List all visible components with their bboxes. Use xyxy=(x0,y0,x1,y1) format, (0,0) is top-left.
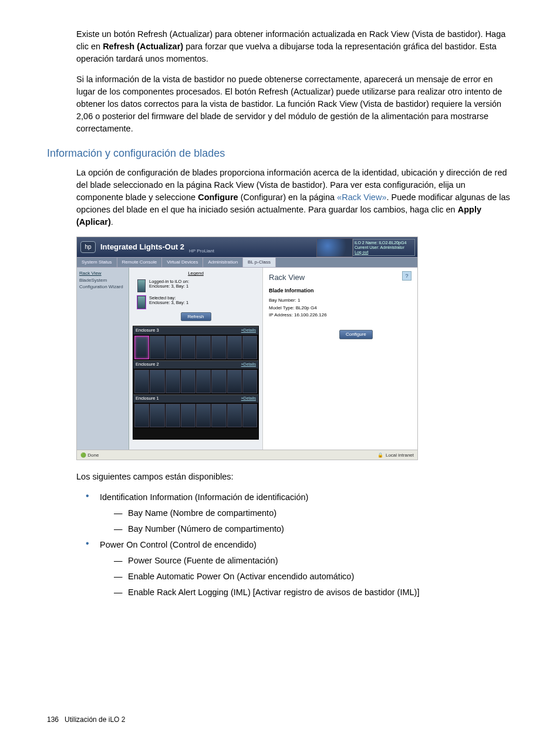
footer-title: Utilización de iLO 2 xyxy=(65,715,125,724)
legend-selected: Selected bay: Enclosure: 3, Bay: 1 xyxy=(137,296,259,309)
blade-slot[interactable] xyxy=(134,404,149,427)
rack-base xyxy=(133,428,258,439)
blade-slot[interactable] xyxy=(181,404,195,427)
tab-administration[interactable]: Administration xyxy=(203,258,243,267)
enclosure-header: Enclosure 1 »Details xyxy=(133,394,258,403)
blade-slot[interactable] xyxy=(227,336,242,359)
blade-info-heading: Blade Information xyxy=(269,287,411,295)
paragraph-refresh: Existe un botón Refresh (Actualizar) par… xyxy=(76,28,513,65)
status-done-text: Done xyxy=(87,453,99,458)
blade-slot[interactable] xyxy=(150,370,164,393)
blade-icon xyxy=(137,279,146,292)
blade-slot[interactable] xyxy=(150,404,164,427)
ilo-body: Rack View BladeSystem Configuration Wiza… xyxy=(77,268,417,450)
blade-slot[interactable] xyxy=(227,404,242,427)
enclosure-name: Enclosure 3 xyxy=(136,328,159,334)
section-heading: Información y configuración de blades xyxy=(47,146,513,161)
blade-slot[interactable] xyxy=(181,336,195,359)
blade-slot[interactable] xyxy=(196,404,211,427)
blade-slot[interactable] xyxy=(211,404,226,427)
security-zone: 🔒 Local intranet xyxy=(377,452,414,459)
blade-slot[interactable] xyxy=(196,336,211,359)
user-info-box: iLO 2 Name: ILO2-BL20pG4 Current User: A… xyxy=(353,239,415,256)
tab-remote-console[interactable]: Remote Console xyxy=(117,258,163,267)
blade-slot[interactable] xyxy=(150,336,164,359)
sublist: Power Source (Fuente de alimentación) En… xyxy=(114,555,513,599)
blade-slot[interactable] xyxy=(134,370,149,393)
enclosure-details-link[interactable]: »Details xyxy=(241,328,256,334)
blade-slot[interactable] xyxy=(166,336,180,359)
configure-button[interactable]: Configure xyxy=(339,330,373,339)
sublist: Bay Name (Nombre de compartimento) Bay N… xyxy=(114,507,513,535)
enclosure-name: Enclosure 2 xyxy=(136,362,159,368)
enclosure-details-link[interactable]: »Details xyxy=(241,396,256,402)
lock-icon: 🔒 xyxy=(377,452,383,459)
blade-slot[interactable] xyxy=(181,370,195,393)
paragraph-blade-config: La opción de configuración de blades pro… xyxy=(76,167,513,228)
list-item: Enable Automatic Power On (Activar encen… xyxy=(114,571,513,583)
rack-graphic: Enclosure 3 »Details Enclosure 2 »Detail… xyxy=(133,326,259,440)
paragraph-error: Si la información de la vista de bastido… xyxy=(76,73,513,135)
page-number: 136 xyxy=(47,715,59,724)
legend-text: Enclosure: 3, Bay: 1 xyxy=(149,301,188,305)
side-nav: Rack View BladeSystem Configuration Wiza… xyxy=(77,268,129,450)
bay-number-row: Bay Number: 1 xyxy=(269,297,411,304)
ilo-screenshot: hp Integrated Lights-Out 2 HP ProLiant i… xyxy=(76,237,418,460)
blade-slot[interactable] xyxy=(211,370,226,393)
bold-refresh: Refresh (Actualizar) xyxy=(103,42,183,51)
ilo-name-label: iLO 2 Name: ILO2-BL20pG4 xyxy=(355,241,413,245)
page-footer: 136 Utilización de iLO 2 xyxy=(47,715,125,725)
tab-system-status[interactable]: System Status xyxy=(77,258,117,267)
blade-slot[interactable] xyxy=(242,336,257,359)
panel-heading: Rack View xyxy=(269,272,411,283)
hp-logo-icon: hp xyxy=(80,241,96,253)
blade-slot[interactable] xyxy=(166,404,180,427)
ip-address-row: IP Address: 16.100.226.126 xyxy=(269,312,411,319)
list-item: Identification Information (Información … xyxy=(82,491,513,535)
tab-bl-pclass[interactable]: BL p-Class xyxy=(243,258,276,267)
blade-selected-icon xyxy=(137,296,146,309)
ilo-header: hp Integrated Lights-Out 2 HP ProLiant i… xyxy=(77,237,417,257)
zone-text: Local intranet xyxy=(386,452,414,459)
current-user-label: Current User: Administrator xyxy=(355,245,413,250)
list-text: Power On Control (Control de encendido) xyxy=(100,540,257,549)
tab-bar: System Status Remote Console Virtual Dev… xyxy=(77,257,417,268)
fields-available-text: Los siguientes campos están disponibles: xyxy=(76,471,513,483)
nav-config-wizard[interactable]: BladeSystem Configuration Wizard xyxy=(79,277,126,291)
refresh-button[interactable]: Refresh xyxy=(181,312,211,322)
link-rack-view[interactable]: «Rack View» xyxy=(337,193,386,202)
list-item: Enable Rack Alert Logging (IML) [Activar… xyxy=(114,586,513,599)
logout-link[interactable]: Log out xyxy=(355,250,413,255)
list-text: Identification Information (Información … xyxy=(100,492,308,502)
bold-configure: Configure xyxy=(198,193,238,202)
blade-slot[interactable] xyxy=(134,336,149,359)
text: . xyxy=(111,217,113,227)
fields-list: Identification Information (Información … xyxy=(82,491,513,599)
enclosure-body xyxy=(133,403,258,428)
blade-slot[interactable] xyxy=(196,370,211,393)
enclosure-header: Enclosure 3 »Details xyxy=(133,326,258,335)
legend-heading: Legend xyxy=(133,270,259,277)
legend-text: Enclosure: 3, Bay: 1 xyxy=(149,284,189,289)
blade-slot[interactable] xyxy=(211,336,226,359)
blade-slot[interactable] xyxy=(242,404,257,427)
blade-slot[interactable] xyxy=(166,370,180,393)
blade-slot[interactable] xyxy=(227,370,242,393)
list-item: Power On Control (Control de encendido) … xyxy=(82,539,513,599)
main-panel: ? Rack View Blade Information Bay Number… xyxy=(263,268,417,450)
tab-virtual-devices[interactable]: Virtual Devices xyxy=(162,258,203,267)
status-bar: 🟢 Done 🔒 Local intranet xyxy=(77,450,417,460)
enclosure-body xyxy=(133,369,258,394)
ilo-subtitle: HP ProLiant xyxy=(189,248,214,255)
ilo-title: Integrated Lights-Out 2 xyxy=(100,242,184,253)
nav-rack-view[interactable]: Rack View xyxy=(79,270,126,277)
list-item: Bay Name (Nombre de compartimento) xyxy=(114,507,513,519)
blade-slot[interactable] xyxy=(242,370,257,393)
text: (Configurar) en la página xyxy=(238,193,337,202)
model-type-row: Model Type: BL20p G4 xyxy=(269,305,411,312)
help-icon[interactable]: ? xyxy=(402,271,411,281)
enclosure-details-link[interactable]: »Details xyxy=(241,362,256,368)
enclosure-name: Enclosure 1 xyxy=(136,396,159,402)
enclosure-body xyxy=(133,335,258,360)
legend-logged-in: Logged-in to iLO on: Enclosure: 3, Bay: … xyxy=(137,279,259,292)
